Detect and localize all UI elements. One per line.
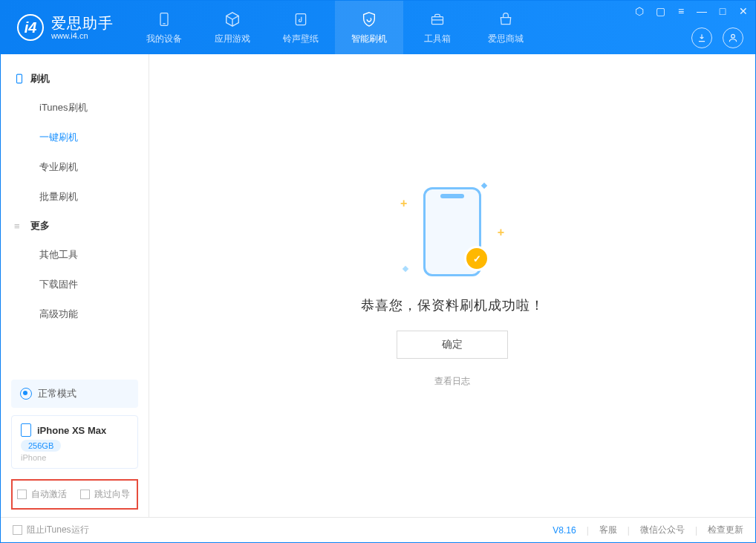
main-content: + + ✓ 恭喜您，保资料刷机成功啦！ 确定 查看日志 xyxy=(149,54,755,517)
confirm-button[interactable]: 确定 xyxy=(397,331,508,359)
tab-apps-games[interactable]: 应用游戏 xyxy=(198,1,267,54)
sidebar-section-more: ≡ 更多 其他工具 下载固件 高级功能 xyxy=(1,212,149,329)
sidebar-item-itunes-flash[interactable]: iTunes刷机 xyxy=(1,93,149,123)
shield-refresh-icon xyxy=(360,10,378,28)
sidebar-section-flash: 刷机 iTunes刷机 一键刷机 专业刷机 批量刷机 xyxy=(1,65,149,212)
mode-dot-icon xyxy=(20,388,32,400)
checkbox-label: 阻止iTunes运行 xyxy=(27,524,89,536)
device-card[interactable]: iPhone XS Max 256GB iPhone xyxy=(11,415,138,469)
checkbox-skip-guide[interactable]: 跳过向导 xyxy=(80,488,130,501)
tab-my-device[interactable]: 我的设备 xyxy=(130,1,198,54)
sidebar-header-more: ≡ 更多 xyxy=(1,212,149,240)
device-storage: 256GB xyxy=(21,440,61,452)
device-icon xyxy=(155,10,173,28)
checkbox-block-itunes[interactable]: 阻止iTunes运行 xyxy=(13,524,89,536)
tab-label: 应用游戏 xyxy=(215,33,250,45)
sparkle-icon xyxy=(403,266,408,272)
sidebar-item-advanced[interactable]: 高级功能 xyxy=(1,299,149,329)
tab-label: 我的设备 xyxy=(146,33,182,45)
maximize-button[interactable]: □ xyxy=(717,5,729,17)
statusbar-link-wechat[interactable]: 微信公众号 xyxy=(640,524,685,536)
svg-rect-3 xyxy=(432,16,443,24)
brand-url: www.i4.cn xyxy=(51,31,114,40)
tab-store[interactable]: 爱思商城 xyxy=(472,1,540,54)
mode-indicator[interactable]: 正常模式 xyxy=(11,380,138,408)
main-tabs: 我的设备 应用游戏 铃声壁纸 智能刷机 工具箱 爱思商城 xyxy=(130,1,540,54)
list-icon: ≡ xyxy=(14,221,25,231)
device-name: iPhone XS Max xyxy=(37,425,106,436)
tab-ringtones-wallpapers[interactable]: 铃声壁纸 xyxy=(267,1,335,54)
user-button[interactable] xyxy=(723,27,743,48)
statusbar: 阻止iTunes运行 V8.16 | 客服 | 微信公众号 | 检查更新 xyxy=(1,517,755,542)
music-icon xyxy=(292,10,310,28)
checkbox-auto-activate[interactable]: 自动激活 xyxy=(17,488,67,501)
lock-icon[interactable]: ▢ xyxy=(654,5,666,17)
version-label: V8.16 xyxy=(553,525,576,536)
sidebar-header-label: 更多 xyxy=(30,219,50,233)
success-illustration: + + ✓ xyxy=(400,183,504,280)
sidebar-item-batch-flash[interactable]: 批量刷机 xyxy=(1,182,149,212)
sidebar-item-pro-flash[interactable]: 专业刷机 xyxy=(1,152,149,182)
checkbox-icon xyxy=(13,525,22,535)
separator: | xyxy=(587,525,589,536)
checkbox-label: 跳过向导 xyxy=(94,488,130,501)
sparkle-icon: + xyxy=(498,226,504,239)
statusbar-link-support[interactable]: 客服 xyxy=(599,524,617,536)
statusbar-link-check-update[interactable]: 检查更新 xyxy=(708,524,743,536)
tab-label: 工具箱 xyxy=(424,33,451,45)
check-badge-icon: ✓ xyxy=(464,246,489,271)
titlebar: i4 爱思助手 www.i4.cn 我的设备 应用游戏 铃声壁纸 智能刷机 xyxy=(1,1,755,54)
checkbox-label: 自动激活 xyxy=(31,488,67,501)
svg-point-4 xyxy=(731,34,735,38)
success-message: 恭喜您，保资料刷机成功啦！ xyxy=(361,296,544,314)
app-window: i4 爱思助手 www.i4.cn 我的设备 应用游戏 铃声壁纸 智能刷机 xyxy=(0,0,756,543)
checkbox-icon xyxy=(17,490,27,499)
sidebar-item-download-firmware[interactable]: 下载固件 xyxy=(1,270,149,299)
download-button[interactable] xyxy=(691,27,712,48)
tab-label: 智能刷机 xyxy=(351,33,387,45)
mode-label: 正常模式 xyxy=(38,387,76,400)
cube-icon xyxy=(224,10,241,28)
tab-toolbox[interactable]: 工具箱 xyxy=(403,1,472,54)
titlebar-right-actions xyxy=(691,27,743,48)
tab-label: 铃声壁纸 xyxy=(283,33,319,45)
highlighted-options-box: 自动激活 跳过向导 xyxy=(11,479,138,510)
view-log-link[interactable]: 查看日志 xyxy=(434,375,470,388)
sidebar-item-other-tools[interactable]: 其他工具 xyxy=(1,240,149,270)
sidebar-item-oneclick-flash[interactable]: 一键刷机 xyxy=(1,123,149,152)
tshirt-icon[interactable]: ⬡ xyxy=(633,5,645,17)
sidebar-header-flash: 刷机 xyxy=(1,65,149,93)
tab-label: 爱思商城 xyxy=(488,33,524,45)
separator: | xyxy=(695,525,697,536)
device-icon xyxy=(21,423,31,437)
toolbox-icon xyxy=(428,10,446,28)
sidebar-header-label: 刷机 xyxy=(30,72,50,85)
phone-icon xyxy=(14,74,25,84)
device-type: iPhone xyxy=(21,453,128,462)
sidebar-footer: 正常模式 iPhone XS Max 256GB iPhone xyxy=(1,380,149,479)
svg-rect-5 xyxy=(17,74,22,83)
window-controls: ⬡ ▢ ≡ — □ ✕ xyxy=(633,5,749,17)
body: 刷机 iTunes刷机 一键刷机 专业刷机 批量刷机 ≡ 更多 其他工具 下载固… xyxy=(1,54,755,517)
logo-icon: i4 xyxy=(17,14,44,41)
brand-name: 爱思助手 xyxy=(51,15,114,31)
logo-block: i4 爱思助手 www.i4.cn xyxy=(1,1,130,54)
sparkle-icon xyxy=(481,183,487,189)
tab-smart-flash[interactable]: 智能刷机 xyxy=(335,1,403,54)
sidebar: 刷机 iTunes刷机 一键刷机 专业刷机 批量刷机 ≡ 更多 其他工具 下载固… xyxy=(1,54,149,517)
minimize-button[interactable]: — xyxy=(696,5,708,17)
separator: | xyxy=(628,525,630,536)
checkbox-icon xyxy=(80,490,90,499)
svg-rect-2 xyxy=(296,13,305,25)
sparkle-icon: + xyxy=(400,197,407,210)
close-button[interactable]: ✕ xyxy=(737,5,749,17)
store-icon xyxy=(497,10,515,28)
menu-icon[interactable]: ≡ xyxy=(675,5,687,17)
